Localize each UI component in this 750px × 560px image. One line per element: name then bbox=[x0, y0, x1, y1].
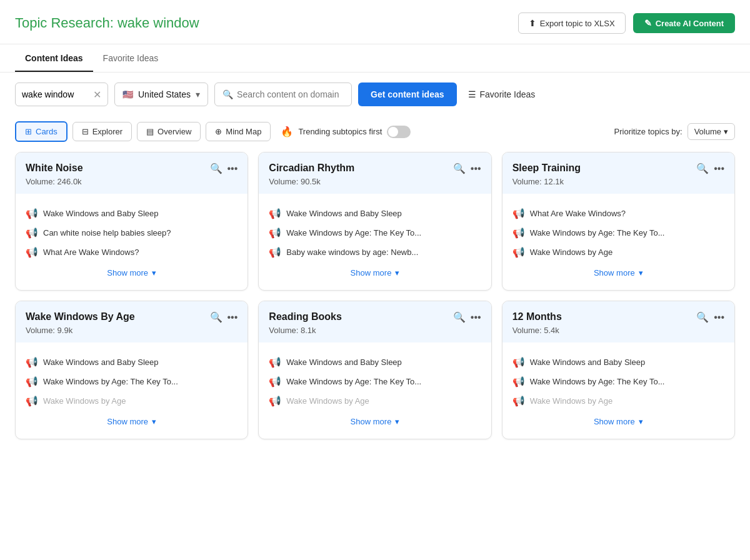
card-volume: Volume: 90.5k bbox=[259, 177, 491, 194]
cards-label: Cards bbox=[36, 127, 58, 136]
megaphone-icon: 📢 bbox=[512, 208, 525, 219]
card-volume: Volume: 12.1k bbox=[502, 177, 734, 194]
card-body: 📢 What Are Wake Windows? 📢 Wake Windows … bbox=[502, 194, 734, 290]
megaphone-icon: 📢 bbox=[26, 376, 38, 388]
explorer-icon: ⊟ bbox=[82, 127, 89, 136]
title-prefix: Topic Research: bbox=[15, 15, 114, 31]
card-title: White Noise bbox=[26, 162, 83, 174]
export-button[interactable]: ⬆ Export topic to XLSX bbox=[518, 12, 626, 34]
card-item: 📢 Wake Windows by Age bbox=[512, 242, 724, 262]
mind-map-icon: ⊕ bbox=[215, 127, 222, 136]
card-header: 12 Months 🔍 ••• bbox=[502, 301, 734, 326]
search-icon[interactable]: 🔍 bbox=[210, 311, 222, 323]
megaphone-icon: 📢 bbox=[26, 356, 38, 368]
card-volume: Volume: 8.1k bbox=[259, 326, 491, 342]
card-item: 📢 Wake Windows by Age bbox=[512, 391, 724, 411]
card-item-text: Wake Windows by Age: The Key To... bbox=[530, 228, 665, 238]
chevron-down-icon: ▾ bbox=[152, 417, 156, 426]
toolbar: ✕ 🇺🇸 United States ▾ 🔍 Get content ideas… bbox=[0, 72, 750, 116]
clear-keyword-button[interactable]: ✕ bbox=[93, 89, 101, 101]
more-options-icon[interactable]: ••• bbox=[228, 312, 238, 323]
header-actions: ⬆ Export topic to XLSX ✎ Create AI Conte… bbox=[518, 12, 735, 34]
megaphone-icon: 📢 bbox=[26, 208, 38, 219]
show-more-button[interactable]: Show more ▾ bbox=[26, 262, 238, 280]
card-header: White Noise 🔍 ••• bbox=[16, 152, 248, 177]
show-more-button[interactable]: Show more ▾ bbox=[269, 262, 481, 280]
keyword-search-input[interactable] bbox=[22, 89, 91, 99]
chevron-down-icon: ▾ bbox=[196, 89, 200, 99]
view-cards-button[interactable]: ⊞ Cards bbox=[15, 121, 68, 142]
card-title: Circadian Rhythm bbox=[269, 162, 354, 174]
more-options-icon[interactable]: ••• bbox=[714, 312, 724, 323]
card-item: 📢 Can white noise help babies sleep? bbox=[26, 223, 238, 242]
explorer-label: Explorer bbox=[92, 127, 122, 136]
upload-icon: ⬆ bbox=[529, 18, 536, 28]
card-actions: 🔍 ••• bbox=[210, 311, 238, 323]
main-tabs: Content Ideas Favorite Ideas bbox=[0, 44, 750, 72]
card-item-text: Wake Windows by Age bbox=[530, 396, 612, 406]
card-body: 📢 Wake Windows and Baby Sleep 📢 Wake Win… bbox=[502, 342, 734, 439]
trending-toggle-switch[interactable] bbox=[387, 126, 411, 138]
tab-favorite-ideas[interactable]: Favorite Ideas bbox=[93, 44, 169, 72]
card-item-text: Wake Windows and Baby Sleep bbox=[286, 209, 402, 218]
search-icon[interactable]: 🔍 bbox=[696, 311, 709, 323]
prioritize-label: Prioritize topics by: bbox=[614, 127, 682, 136]
card-item-text: Wake Windows by Age bbox=[530, 248, 612, 257]
view-mind-map-button[interactable]: ⊕ Mind Map bbox=[206, 122, 271, 141]
card-body: 📢 Wake Windows and Baby Sleep 📢 Wake Win… bbox=[259, 342, 491, 439]
search-icon: 🔍 bbox=[222, 89, 233, 99]
title-keyword: wake window bbox=[118, 15, 199, 31]
card-item: 📢 What Are Wake Windows? bbox=[512, 204, 724, 223]
fire-icon: 🔥 bbox=[281, 126, 293, 138]
trending-toggle-wrap: 🔥 Trending subtopics first bbox=[281, 126, 411, 138]
domain-search-input[interactable] bbox=[237, 89, 344, 99]
card-reading-books: Reading Books 🔍 ••• Volume: 8.1k 📢 Wake … bbox=[258, 301, 491, 439]
card-wake-windows-by-age: Wake Windows By Age 🔍 ••• Volume: 9.9k 📢… bbox=[15, 301, 248, 439]
view-overview-button[interactable]: ▤ Overview bbox=[137, 122, 201, 141]
more-options-icon[interactable]: ••• bbox=[228, 163, 238, 174]
show-more-label: Show more bbox=[594, 268, 635, 278]
megaphone-icon: 📢 bbox=[269, 208, 281, 219]
card-item: 📢 What Are Wake Windows? bbox=[26, 242, 238, 262]
megaphone-icon: 📢 bbox=[512, 227, 525, 239]
show-more-label: Show more bbox=[351, 268, 392, 278]
card-header: Circadian Rhythm 🔍 ••• bbox=[259, 152, 491, 177]
card-item: 📢 Wake Windows by Age bbox=[269, 391, 481, 411]
more-options-icon[interactable]: ••• bbox=[714, 163, 724, 174]
view-explorer-button[interactable]: ⊟ Explorer bbox=[72, 122, 132, 141]
favorite-ideas-link[interactable]: ☰ Favorite Ideas bbox=[468, 89, 536, 99]
card-item-text: Wake Windows by Age: The Key To... bbox=[530, 377, 665, 386]
tab-content-ideas-label: Content Ideas bbox=[25, 53, 83, 63]
chevron-down-icon: ▾ bbox=[724, 127, 728, 136]
chevron-down-icon: ▾ bbox=[395, 417, 399, 426]
card-item: 📢 Wake Windows and Baby Sleep bbox=[26, 352, 238, 372]
card-item: 📢 Wake Windows by Age: The Key To... bbox=[512, 372, 724, 391]
card-actions: 🔍 ••• bbox=[453, 162, 481, 174]
get-ideas-button[interactable]: Get content ideas bbox=[358, 82, 456, 106]
card-title: 12 Months bbox=[512, 311, 562, 322]
search-icon[interactable]: 🔍 bbox=[210, 162, 222, 174]
card-title: Wake Windows By Age bbox=[26, 311, 135, 322]
country-selector[interactable]: 🇺🇸 United States ▾ bbox=[114, 82, 208, 106]
megaphone-icon: 📢 bbox=[269, 227, 281, 239]
overview-icon: ▤ bbox=[146, 127, 154, 136]
show-more-label: Show more bbox=[107, 268, 148, 278]
show-more-button[interactable]: Show more ▾ bbox=[512, 411, 724, 429]
show-more-button[interactable]: Show more ▾ bbox=[512, 262, 724, 280]
more-options-icon[interactable]: ••• bbox=[471, 312, 481, 323]
show-more-button[interactable]: Show more ▾ bbox=[269, 411, 481, 429]
create-ai-content-button[interactable]: ✎ Create AI Content bbox=[633, 13, 735, 33]
search-icon[interactable]: 🔍 bbox=[453, 311, 466, 323]
more-options-icon[interactable]: ••• bbox=[471, 163, 481, 174]
show-more-label: Show more bbox=[594, 417, 635, 426]
megaphone-icon: 📢 bbox=[269, 395, 281, 407]
chevron-down-icon: ▾ bbox=[639, 417, 643, 426]
search-icon[interactable]: 🔍 bbox=[453, 162, 466, 174]
prioritize-select[interactable]: Volume ▾ bbox=[688, 123, 735, 140]
tab-content-ideas[interactable]: Content Ideas bbox=[15, 44, 93, 72]
search-icon[interactable]: 🔍 bbox=[696, 162, 709, 174]
card-body: 📢 Wake Windows and Baby Sleep 📢 Wake Win… bbox=[259, 194, 491, 290]
show-more-button[interactable]: Show more ▾ bbox=[26, 411, 238, 429]
card-item: 📢 Wake Windows by Age: The Key To... bbox=[269, 372, 481, 391]
card-item-text: Wake Windows by Age bbox=[43, 396, 126, 406]
